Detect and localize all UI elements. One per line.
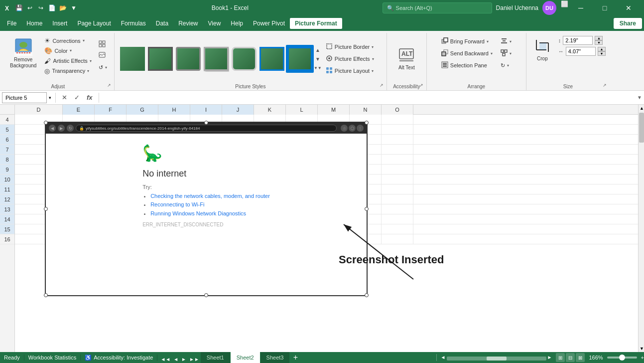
open-file-icon[interactable]: 📂 bbox=[59, 4, 67, 12]
menu-data[interactable]: Data bbox=[151, 18, 173, 29]
change-picture-button[interactable] bbox=[96, 50, 110, 61]
tab-scroll-next[interactable]: ► bbox=[180, 356, 187, 363]
menu-file[interactable]: File bbox=[2, 18, 21, 29]
rotate-button[interactable]: ↻ ▾ bbox=[498, 60, 515, 71]
resize-handle-tr[interactable] bbox=[365, 121, 369, 125]
menu-power-pivot[interactable]: Power Pivot bbox=[248, 18, 290, 29]
pic-style-4[interactable] bbox=[202, 45, 230, 73]
sheet-tab-2[interactable]: Sheet2 bbox=[231, 352, 260, 363]
row-13[interactable]: 13 bbox=[0, 204, 14, 214]
ribbon-display-icon[interactable]: ⬜ bbox=[560, 0, 568, 8]
col-header-E[interactable]: E bbox=[63, 105, 95, 115]
row-14[interactable]: 14 bbox=[0, 214, 14, 224]
forward-button[interactable]: ▶ bbox=[58, 125, 65, 132]
pic-style-2[interactable] bbox=[146, 45, 174, 73]
suggestion-1-link[interactable]: Checking the network cables, modem, and … bbox=[150, 193, 270, 199]
save-icon[interactable]: 💾 bbox=[15, 4, 23, 12]
name-box[interactable]: Picture 5 bbox=[2, 92, 47, 103]
add-sheet-button[interactable]: + bbox=[290, 352, 301, 363]
new-file-icon[interactable]: 📄 bbox=[48, 4, 56, 12]
name-box-dropdown[interactable]: ▾ bbox=[49, 95, 51, 100]
height-spin-down[interactable]: ▼ bbox=[595, 40, 603, 45]
color-button[interactable]: 🎨 Color ▾ bbox=[41, 46, 94, 55]
menu-picture-format[interactable]: Picture Format bbox=[290, 18, 342, 29]
row-7[interactable]: 7 bbox=[0, 145, 14, 155]
picture-layout-button[interactable]: Picture Layout ▾ bbox=[323, 65, 383, 76]
pic-style-6[interactable] bbox=[258, 45, 286, 73]
reload-button[interactable]: ↻ bbox=[67, 125, 74, 132]
inserted-image[interactable]: ◀ ▶ ↻ 🔒 yifysubtitles.org/subtitles/tran… bbox=[45, 122, 368, 296]
compress-pictures-button[interactable] bbox=[96, 39, 110, 50]
zoom-in-icon[interactable]: + bbox=[641, 355, 644, 361]
tab-scroll-prev[interactable]: ◄ bbox=[172, 356, 179, 363]
pic-style-3[interactable] bbox=[174, 45, 202, 73]
resize-handle-tm[interactable] bbox=[204, 121, 208, 125]
col-header-G[interactable]: G bbox=[127, 105, 158, 115]
scroll-up-button[interactable]: ▲ bbox=[639, 105, 644, 112]
pic-style-5[interactable] bbox=[230, 45, 258, 73]
menu-review[interactable]: Review bbox=[173, 18, 203, 29]
extensions-icon[interactable]: ⬡ bbox=[349, 125, 356, 132]
group-button[interactable]: ▾ bbox=[498, 48, 515, 59]
corrections-button[interactable]: ☀ Corrections ▾ bbox=[41, 36, 94, 45]
crop-button[interactable]: Crop bbox=[530, 36, 554, 64]
cancel-formula-button[interactable]: ✕ bbox=[60, 93, 69, 102]
row-10[interactable]: 10 bbox=[0, 175, 14, 184]
col-header-H[interactable]: H bbox=[158, 105, 190, 115]
h-scroll-left[interactable]: ◄ bbox=[441, 355, 446, 361]
normal-view-button[interactable]: ⊞ bbox=[556, 353, 565, 362]
workbook-stats[interactable]: Workbook Statistics bbox=[28, 355, 76, 361]
width-spin-up[interactable]: ▲ bbox=[598, 47, 606, 51]
menu-icon[interactable]: ⋮ bbox=[357, 125, 364, 132]
bring-forward-button[interactable]: Bring Forward ▾ bbox=[438, 36, 496, 47]
search-box[interactable]: 🔍 Search (Alt+Q) bbox=[383, 2, 492, 13]
back-button[interactable]: ◀ bbox=[49, 125, 56, 132]
menu-home[interactable]: Home bbox=[21, 18, 47, 29]
share-button[interactable]: Share bbox=[614, 18, 642, 29]
alt-text-button[interactable]: ALT Alt Text bbox=[394, 45, 419, 73]
remove-background-button[interactable]: RemoveBackground bbox=[6, 36, 40, 71]
menu-insert[interactable]: Insert bbox=[47, 18, 72, 29]
resize-handle-ml[interactable] bbox=[44, 207, 48, 211]
suggestion-2-link[interactable]: Reconnecting to Wi-Fi bbox=[150, 201, 204, 207]
h-scroll-right[interactable]: ► bbox=[547, 355, 552, 361]
gallery-scroll-down[interactable]: ▼ bbox=[314, 55, 322, 63]
minimize-button[interactable]: ─ bbox=[569, 0, 592, 16]
selection-pane-button[interactable]: Selection Pane bbox=[438, 60, 496, 71]
col-header-J[interactable]: J bbox=[222, 105, 254, 115]
menu-page-layout[interactable]: Page Layout bbox=[72, 18, 116, 29]
width-input[interactable] bbox=[566, 47, 596, 56]
height-spin-up[interactable]: ▲ bbox=[595, 36, 603, 40]
row-16[interactable]: 16 bbox=[0, 234, 14, 244]
size-expand[interactable]: ↗ bbox=[602, 82, 608, 88]
send-backward-button[interactable]: Send Backward ▾ bbox=[438, 48, 496, 59]
col-header-N[interactable]: N bbox=[350, 105, 382, 115]
sheet-tab-3[interactable]: Sheet3 bbox=[260, 352, 290, 363]
col-header-L[interactable]: L bbox=[286, 105, 318, 115]
menu-formulas[interactable]: Formulas bbox=[116, 18, 151, 29]
close-button[interactable]: ✕ bbox=[617, 0, 640, 16]
horizontal-scrollbar[interactable] bbox=[447, 357, 546, 361]
undo-icon[interactable]: ↩ bbox=[26, 4, 34, 12]
redo-icon[interactable]: ↪ bbox=[37, 4, 45, 12]
scrollbar-thumb[interactable] bbox=[639, 113, 644, 143]
height-input[interactable] bbox=[563, 36, 593, 45]
col-header-K[interactable]: K bbox=[254, 105, 286, 115]
suggestion-3-link[interactable]: Running Windows Network Diagnostics bbox=[150, 210, 246, 216]
row-6[interactable]: 6 bbox=[0, 135, 14, 145]
gallery-scroll-up[interactable]: ▲ bbox=[314, 46, 322, 54]
gallery-more[interactable]: ▼▼ bbox=[314, 64, 322, 72]
resize-handle-bl[interactable] bbox=[44, 293, 48, 297]
artistic-effects-button[interactable]: 🖌 Artistic Effects ▾ bbox=[41, 56, 94, 66]
reset-picture-button[interactable]: ↺ ▾ bbox=[96, 62, 110, 73]
width-spin-down[interactable]: ▼ bbox=[598, 51, 606, 56]
user-avatar[interactable]: DU bbox=[542, 1, 556, 15]
row-5[interactable]: 5 bbox=[0, 125, 14, 135]
zoom-slider[interactable] bbox=[607, 357, 637, 359]
scroll-down-button[interactable]: ▼ bbox=[639, 345, 644, 352]
customize-qat-icon[interactable]: ▼ bbox=[70, 4, 78, 12]
row-15[interactable]: 15 bbox=[0, 224, 14, 234]
col-header-M[interactable]: M bbox=[318, 105, 350, 115]
menu-help[interactable]: Help bbox=[226, 18, 248, 29]
transparency-button[interactable]: ◎ Transparency ▾ bbox=[41, 66, 94, 76]
